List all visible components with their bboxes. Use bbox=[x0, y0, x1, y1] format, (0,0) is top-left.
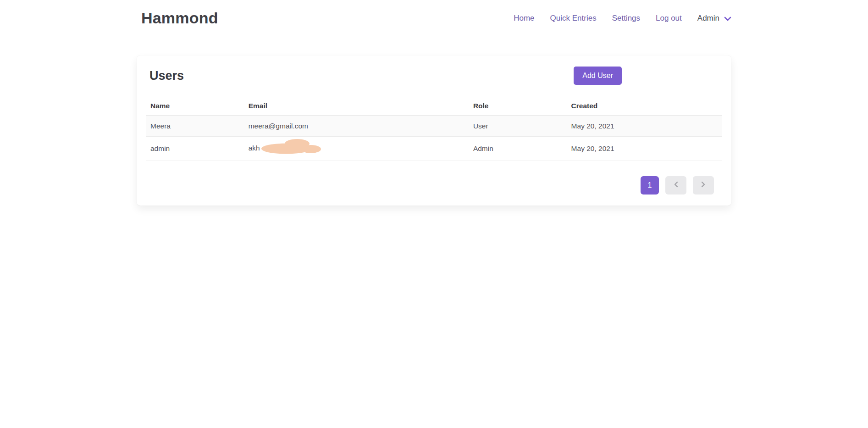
cell-created: May 20, 2021 bbox=[567, 116, 722, 137]
pagination-page-1-button[interactable]: 1 bbox=[641, 176, 659, 195]
user-menu-label: Admin bbox=[697, 14, 719, 23]
chevron-down-icon bbox=[724, 14, 731, 23]
main-content: Users Add User Name Email Role Created bbox=[137, 56, 731, 206]
column-header-created: Created bbox=[567, 96, 722, 116]
nav-link-home[interactable]: Home bbox=[514, 14, 534, 23]
user-menu-admin[interactable]: Admin bbox=[697, 13, 731, 23]
cell-email-visible-text: akh bbox=[249, 144, 260, 152]
column-header-email: Email bbox=[244, 96, 469, 116]
cell-name: Meera bbox=[146, 116, 244, 137]
users-card: Users Add User Name Email Role Created bbox=[137, 56, 731, 206]
cell-role: Admin bbox=[469, 137, 567, 161]
cell-email: akh bbox=[244, 137, 469, 161]
nav-link-settings[interactable]: Settings bbox=[612, 14, 640, 23]
card-header: Users Add User bbox=[146, 67, 722, 96]
brand-logo[interactable]: Hammond bbox=[141, 9, 218, 27]
cell-role: User bbox=[469, 116, 567, 137]
chevron-right-icon bbox=[701, 181, 706, 189]
page-title: Users bbox=[149, 69, 184, 83]
nav-link-quick-entries[interactable]: Quick Entries bbox=[550, 14, 597, 23]
redaction-scribble bbox=[260, 138, 322, 157]
chevron-left-icon bbox=[674, 181, 678, 189]
add-user-button[interactable]: Add User bbox=[574, 67, 622, 85]
table-header-row: Name Email Role Created bbox=[146, 96, 722, 116]
pagination-prev-button[interactable] bbox=[665, 176, 686, 195]
main-nav: Home Quick Entries Settings Log out Admi… bbox=[514, 13, 731, 23]
users-table: Name Email Role Created Meera meera@gmai… bbox=[146, 96, 722, 161]
table-row: admin akh Admin May 20, 2021 bbox=[146, 137, 722, 161]
nav-link-log-out[interactable]: Log out bbox=[656, 14, 682, 23]
topbar: Hammond Home Quick Entries Settings Log … bbox=[0, 0, 868, 33]
table-row: Meera meera@gmail.com User May 20, 2021 bbox=[146, 116, 722, 137]
cell-name: admin bbox=[146, 137, 244, 161]
pagination: 1 bbox=[146, 176, 722, 197]
cell-email: meera@gmail.com bbox=[244, 116, 469, 137]
column-header-role: Role bbox=[469, 96, 567, 116]
cell-created: May 20, 2021 bbox=[567, 137, 722, 161]
column-header-name: Name bbox=[146, 96, 244, 116]
pagination-next-button[interactable] bbox=[693, 176, 714, 195]
